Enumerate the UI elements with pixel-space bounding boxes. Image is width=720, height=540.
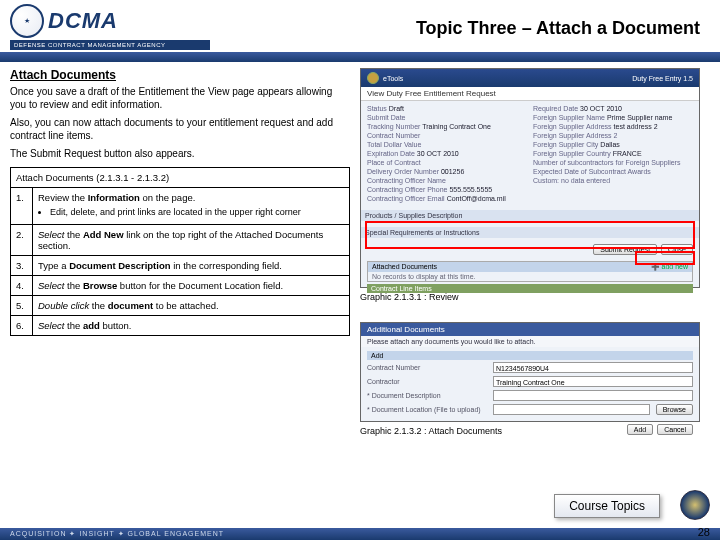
course-topics-button[interactable]: Course Topics [554,494,660,518]
form-field: Foreign Supplier Address test address 2 [533,123,693,130]
etools-label: eTools [383,75,403,82]
form-field: Foreign Supplier Address 2 [533,132,693,139]
form-field: Contract Number [367,132,527,139]
ss2-row: * Document Location (File to upload)Brow… [367,404,693,415]
footer-bar: ACQUISITION ✦ INSIGHT ✦ GLOBAL ENGAGEMEN… [0,528,720,540]
form-field: Contracting Officer Phone 555.555.5555 [367,186,527,193]
form-field: Foreign Supplier City Dallas [533,141,693,148]
step-text: Select the Add New link on the top right… [33,224,350,255]
logo-text: DCMA [48,8,118,34]
ss2-row: Contract NumberN1234567890U4 [367,362,693,373]
step-text: Review the Information on the page.Edit,… [33,187,350,224]
ss2-label: * Document Description [367,392,487,399]
ss2-input[interactable]: N1234567890U4 [493,362,693,373]
form-field: Number of subcontractors for Foreign Sup… [533,159,693,166]
page-title: Topic Three – Attach a Document [210,4,710,39]
step-num: 5. [11,295,33,315]
ss2-header: Additional Documents [361,323,699,336]
form-field: Custom: no data entered [533,177,693,184]
ss1-products: Products / Supplies Description [361,210,699,221]
ss1-title: View Duty Free Entitlement Request [361,87,699,101]
screenshot1-caption: Graphic 2.1.3.1 : Review [360,292,700,302]
highlight-box-buttons [365,221,695,249]
logo-block: ★ DCMA DEFENSE CONTRACT MANAGEMENT AGENC… [10,4,210,50]
dcma-seal-icon: ★ [10,4,44,38]
form-field: Total Dollar Value [367,141,527,148]
highlight-box-addnew [635,251,695,265]
ss2-input[interactable]: Training Contract One [493,376,693,387]
section-header: Attach Documents [10,68,350,82]
intro-p3: The Submit Request button also appears. [10,148,350,161]
form-field: Foreign Supplier Name Prime Supplier nam… [533,114,693,121]
form-field: Required Date 30 OCT 2010 [533,105,693,112]
attach-empty: No records to display at this time. [368,272,692,281]
form-field: Contracting Officer Email ContOff@dcma.m… [367,195,527,202]
etools-seal-icon [367,72,379,84]
step-bullet: Edit, delete, and print links are locate… [50,207,344,218]
form-field: Place of Contract [367,159,527,166]
ss2-label: * Document Location (File to upload) [367,406,487,413]
etools-bar: Duty Free Entry 1.5 [632,75,693,82]
ss2-label: Contract Number [367,364,487,371]
table-caption: Attach Documents (2.1.3.1 - 2.1.3.2) [11,167,350,187]
ss2-row: ContractorTraining Contract One [367,376,693,387]
step-text: Type a Document Description in the corre… [33,255,350,275]
header: ★ DCMA DEFENSE CONTRACT MANAGEMENT AGENC… [0,0,720,50]
form-field: Expiration Date 30 OCT 2010 [367,150,527,157]
ss2-sub: Please attach any documents you would li… [361,336,699,347]
form-field: Expected Date of Subcontract Awards [533,168,693,175]
form-field: Submit Date [367,114,527,121]
page-number: 28 [698,526,710,538]
ss2-input[interactable] [493,404,650,415]
intro-p2: Also, you can now attach documents to yo… [10,117,350,142]
add-button[interactable]: Add [627,424,653,435]
form-field: Status Draft [367,105,527,112]
step-text: Select the add button. [33,315,350,335]
logo-subtitle: DEFENSE CONTRACT MANAGEMENT AGENCY [10,40,210,50]
ss2-add-header: Add [367,351,693,360]
intro-p1: Once you save a draft of the Entitlement… [10,86,350,111]
contract-line-items-header: Contract Line Items [367,284,693,293]
step-text: Select the Browse button for the Documen… [33,275,350,295]
ss2-label: Contractor [367,378,487,385]
intro-text: Once you save a draft of the Entitlement… [10,86,350,161]
screenshot-review: eTools Duty Free Entry 1.5 View Duty Fre… [360,68,700,288]
step-num: 4. [11,275,33,295]
step-num: 1. [11,187,33,224]
screenshot-attach: Additional Documents Please attach any d… [360,322,700,422]
step-num: 3. [11,255,33,275]
step-num: 6. [11,315,33,335]
attach-header: Attached Documents [372,263,437,271]
footer-seal-icon [680,490,710,520]
form-field: Delivery Order Number 001256 [367,168,527,175]
form-field: Contracting Officer Name [367,177,527,184]
browse-button[interactable]: Browse [656,404,693,415]
header-divider [0,52,720,62]
cancel-button[interactable]: Cancel [657,424,693,435]
steps-table: Attach Documents (2.1.3.1 - 2.1.3.2) 1.R… [10,167,350,336]
form-field: Tracking Number Training Contract One [367,123,527,130]
step-text: Double click the document to be attached… [33,295,350,315]
form-field: Foreign Supplier Country FRANCE [533,150,693,157]
footer: Course Topics 28 ACQUISITION ✦ INSIGHT ✦… [0,528,720,540]
ss2-input[interactable] [493,390,693,401]
ss2-row: * Document Description [367,390,693,401]
step-num: 2. [11,224,33,255]
